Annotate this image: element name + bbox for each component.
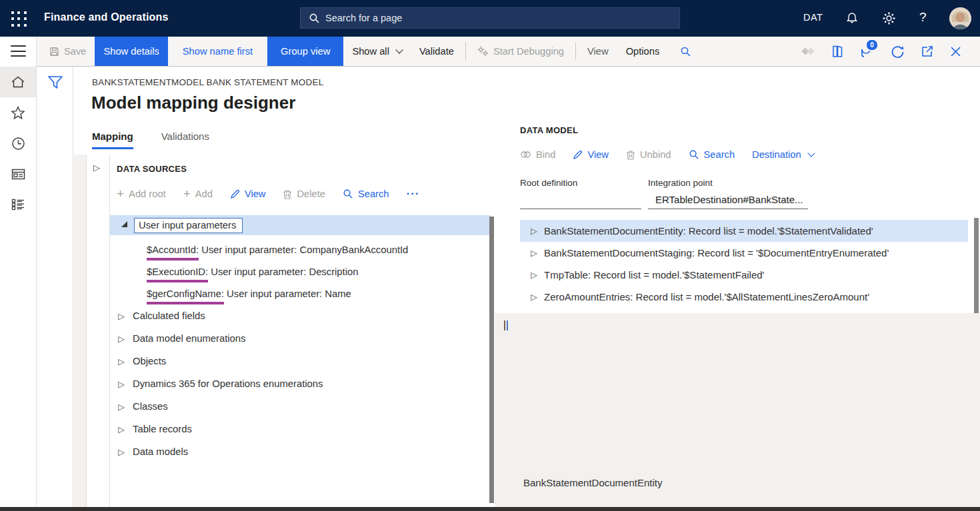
save-button[interactable]: Save	[41, 37, 95, 66]
show-all-dropdown[interactable]: Show all	[343, 37, 411, 66]
start-debugging-button[interactable]: Start Debugging	[469, 37, 573, 66]
tree-item[interactable]: $AccountId: User input parameter: Compan…	[110, 239, 491, 260]
task-guide-book-icon[interactable]	[831, 45, 844, 59]
data-model-row[interactable]: ▷TmpTable: Record list = model.'$Stateme…	[520, 264, 968, 286]
data-sources-scrollbar[interactable]	[489, 217, 494, 503]
sidebar-item-recent[interactable]	[0, 128, 36, 159]
data-model-row-label: ZeroAmountEntries: Record list = model.'…	[544, 291, 869, 302]
show-name-first-button[interactable]: Show name first	[168, 37, 267, 66]
app-title[interactable]: Finance and Operations	[44, 11, 169, 23]
sidebar-item-home[interactable]	[0, 67, 36, 97]
top-navigation-bar: Finance and Operations Search for a page…	[0, 0, 980, 37]
expand-node-icon[interactable]: ▷	[520, 226, 544, 236]
collapse-panel-column: ▷	[86, 155, 110, 508]
star-icon	[11, 106, 25, 120]
tree-item-label: Table records	[133, 424, 192, 434]
data-model-toolbar: Bind View Unbind Search Destination	[520, 149, 814, 160]
integration-point-label: Integration point	[648, 178, 713, 188]
tree-item-label: Data model enumerations	[133, 333, 245, 344]
view-button[interactable]: View	[230, 189, 266, 199]
tree-item[interactable]: ▷Objects	[110, 350, 491, 372]
settings-gear-icon[interactable]	[882, 11, 896, 25]
options-menu[interactable]: Options	[617, 37, 669, 66]
tree-item-label-editor[interactable]: User input parameters	[134, 218, 243, 233]
attachments-count-badge: 0	[865, 39, 879, 51]
show-details-button[interactable]: Show details	[95, 37, 167, 66]
tree-item-label: $gerConfigName: User input parameter: Na…	[147, 288, 351, 299]
add-root-button[interactable]: + Add root	[117, 189, 166, 199]
sidebar-item-modules[interactable]	[0, 189, 36, 220]
expand-node-icon[interactable]: ▷	[110, 424, 133, 434]
panel-splitter-handle[interactable]	[504, 320, 509, 330]
search-button[interactable]: Search	[343, 189, 389, 199]
dm-search-button[interactable]: Search	[689, 149, 735, 160]
close-icon[interactable]	[950, 46, 961, 57]
page-title: Model mapping designer	[91, 93, 295, 113]
actionbar-search-icon[interactable]	[668, 37, 703, 66]
tab-mapping[interactable]: Mapping	[92, 131, 133, 149]
delete-button[interactable]: Delete	[283, 189, 325, 199]
collapse-node-icon[interactable]	[121, 221, 127, 227]
data-model-row[interactable]: ▷BankStatementDocumentEntity: Record lis…	[520, 220, 968, 242]
tree-item[interactable]: ▷Dynamics 365 for Operations enumeration…	[110, 372, 491, 395]
expand-node-icon[interactable]: ▷	[110, 334, 133, 344]
group-view-button[interactable]: Group view	[267, 37, 343, 66]
personalize-diamonds-icon[interactable]	[801, 47, 815, 56]
expand-node-icon[interactable]: ▷	[520, 292, 544, 302]
refresh-icon[interactable]	[891, 45, 905, 59]
expand-node-icon[interactable]: ▷	[110, 447, 133, 457]
validate-button[interactable]: Validate	[411, 37, 463, 66]
attachments-button[interactable]: 0	[860, 43, 875, 59]
bind-button[interactable]: Bind	[520, 149, 555, 160]
search-icon	[309, 13, 320, 24]
tree-item[interactable]: $ExecutionID: User input parameter: Desc…	[110, 260, 491, 282]
hamburger-menu-icon[interactable]	[11, 45, 26, 57]
root-definition-field[interactable]	[520, 209, 641, 209]
destination-dropdown[interactable]: Destination	[752, 149, 813, 160]
tree-item[interactable]: ▷Calculated fields	[110, 304, 491, 327]
view-menu[interactable]: View	[579, 37, 617, 66]
tree-item[interactable]: ▷Data models	[110, 440, 491, 463]
dm-view-button[interactable]: View	[573, 149, 609, 160]
tree-item[interactable]: ▷Data model enumerations	[110, 327, 491, 350]
data-model-row-label: TmpTable: Record list = model.'$Statemen…	[544, 269, 764, 280]
trash-icon	[626, 150, 635, 160]
toolbar-divider	[575, 43, 576, 60]
tree-item[interactable]: ▷Classes	[110, 395, 491, 418]
integration-point-value[interactable]: ERTableDestination#BankState...	[655, 194, 803, 205]
tab-strip: Mapping Validations	[92, 131, 209, 149]
data-model-row[interactable]: ▷BankStatementDocumentStaging: Record li…	[520, 242, 968, 264]
integration-point-field[interactable]	[648, 209, 808, 209]
filter-funnel-icon[interactable]	[47, 74, 64, 91]
open-in-new-window-icon[interactable]	[921, 45, 934, 58]
tree-item-label: $ExecutionID: User input parameter: Desc…	[147, 266, 358, 277]
edit-pencil-icon	[230, 189, 240, 199]
sidebar-item-favorites[interactable]	[0, 97, 36, 128]
company-selector[interactable]: DAT	[803, 12, 823, 23]
help-icon[interactable]: ?	[919, 10, 927, 25]
expand-node-icon[interactable]: ▷	[110, 311, 133, 321]
expand-node-icon[interactable]: ▷	[110, 379, 133, 389]
data-sources-tree: User input parameters$AccountId: User in…	[110, 215, 491, 463]
home-icon	[11, 75, 25, 89]
unbind-button[interactable]: Unbind	[626, 149, 671, 160]
data-model-row[interactable]: ▷ZeroAmountEntries: Record list = model.…	[520, 286, 968, 308]
tree-item[interactable]: User input parameters	[110, 215, 491, 235]
add-button[interactable]: + Add	[183, 189, 213, 199]
expand-panel-icon[interactable]: ▷	[93, 163, 100, 173]
app-launcher-icon[interactable]	[11, 11, 28, 28]
tree-item[interactable]: ▷Table records	[110, 418, 491, 440]
expand-node-icon[interactable]: ▷	[110, 356, 133, 366]
tab-validations[interactable]: Validations	[161, 131, 209, 149]
more-commands-button[interactable]: ···	[406, 187, 419, 201]
debug-gears-icon	[477, 46, 489, 57]
sidebar-item-workspaces[interactable]	[0, 159, 36, 189]
expand-node-icon[interactable]: ▷	[110, 402, 133, 412]
page-search-box[interactable]: Search for a page	[300, 7, 680, 29]
user-avatar[interactable]	[949, 7, 971, 29]
tree-item[interactable]: $gerConfigName: User input parameter: Na…	[110, 282, 491, 304]
notifications-bell-icon[interactable]	[845, 11, 859, 25]
expand-node-icon[interactable]: ▷	[520, 248, 544, 258]
data-model-scrollbar[interactable]	[974, 218, 979, 316]
expand-node-icon[interactable]: ▷	[520, 270, 544, 280]
